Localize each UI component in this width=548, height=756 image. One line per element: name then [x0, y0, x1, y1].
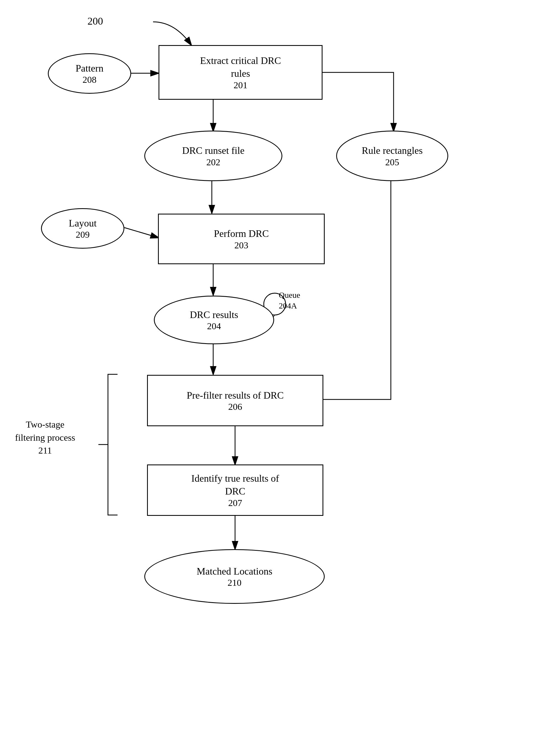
ellipse-209: Layout 209 — [41, 208, 124, 249]
ellipse-205: Rule rectangles 205 — [336, 131, 448, 181]
two-stage-label: Two-stagefiltering process211 — [15, 418, 75, 457]
ellipse-209-num: 209 — [76, 230, 90, 240]
box-201-label: Extract critical DRCrules — [200, 54, 281, 80]
box-203: Perform DRC 203 — [158, 214, 325, 264]
box-207-num: 207 — [228, 498, 242, 508]
two-stage-num: 211 — [38, 445, 52, 455]
ellipse-210-label: Matched Locations — [197, 565, 272, 578]
box-206-label: Pre-filter results of DRC — [187, 389, 284, 402]
ellipse-202-num: 202 — [206, 157, 220, 167]
ellipse-210: Matched Locations 210 — [144, 549, 325, 604]
queue-204a-label: Queue204A — [279, 290, 300, 311]
box-201-num: 201 — [234, 80, 247, 90]
ellipse-210-num: 210 — [228, 578, 241, 588]
box-207: Identify true results ofDRC 207 — [147, 464, 323, 516]
diagram: 200 Extract critical DRCrules 201 Patter… — [0, 0, 548, 756]
ellipse-205-num: 205 — [385, 157, 399, 167]
ref-200-label: 200 — [87, 15, 103, 27]
box-206: Pre-filter results of DRC 206 — [147, 375, 323, 426]
ellipse-208-label: Pattern — [76, 62, 104, 75]
box-203-num: 203 — [234, 240, 248, 251]
ellipse-204: DRC results 204 — [154, 296, 274, 344]
box-206-num: 206 — [228, 402, 242, 412]
box-203-label: Perform DRC — [214, 227, 269, 240]
ellipse-202-label: DRC runset file — [182, 144, 244, 157]
svg-line-5 — [124, 228, 158, 238]
ellipse-208-num: 208 — [82, 75, 96, 85]
box-207-label: Identify true results ofDRC — [191, 472, 279, 498]
ellipse-209-label: Layout — [69, 217, 97, 230]
ellipse-204-label: DRC results — [190, 308, 238, 321]
ellipse-202: DRC runset file 202 — [144, 131, 282, 181]
ellipse-205-label: Rule rectangles — [362, 144, 423, 157]
ellipse-208: Pattern 208 — [48, 53, 131, 94]
box-201: Extract critical DRCrules 201 — [158, 45, 323, 100]
ellipse-204-num: 204 — [207, 321, 221, 331]
